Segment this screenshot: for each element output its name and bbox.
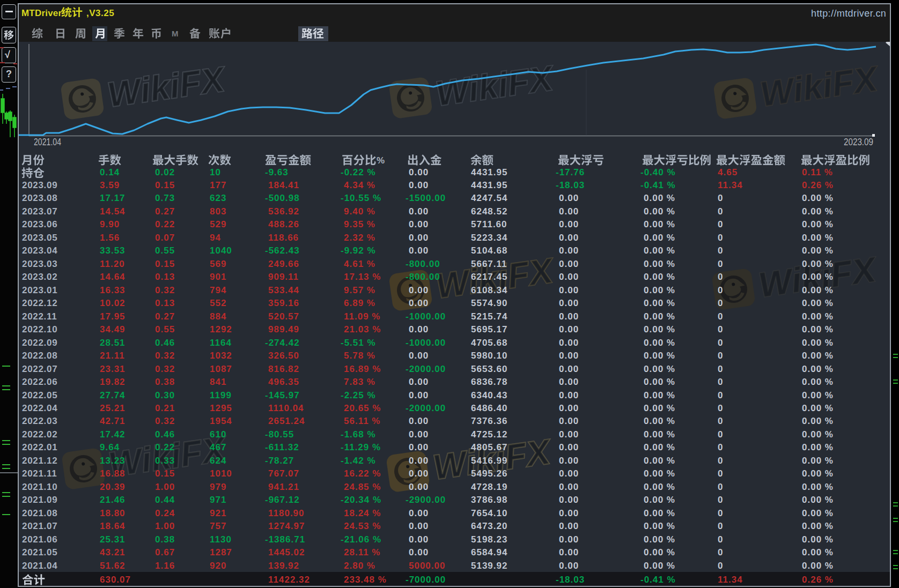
svg-text:WikiFX: WikiFX xyxy=(433,58,557,113)
svg-text:WikiFX: WikiFX xyxy=(105,59,229,114)
svg-text:WikiFX: WikiFX xyxy=(758,58,881,114)
svg-text:2021.04: 2021.04 xyxy=(34,137,61,147)
svg-text:2023.09: 2023.09 xyxy=(844,137,873,147)
